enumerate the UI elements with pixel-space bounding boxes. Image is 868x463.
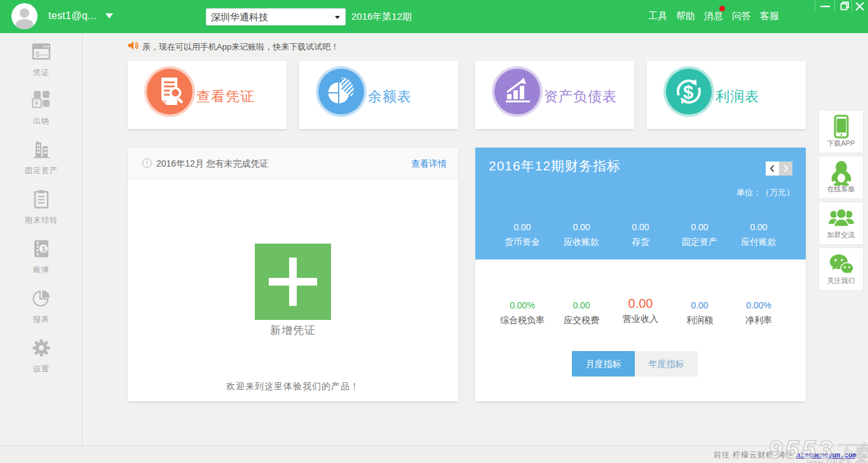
svg-text:$: $	[36, 50, 39, 58]
svg-text:$: $	[42, 245, 46, 254]
svg-text:¥: ¥	[34, 99, 39, 107]
svg-text:$: $	[683, 82, 693, 102]
